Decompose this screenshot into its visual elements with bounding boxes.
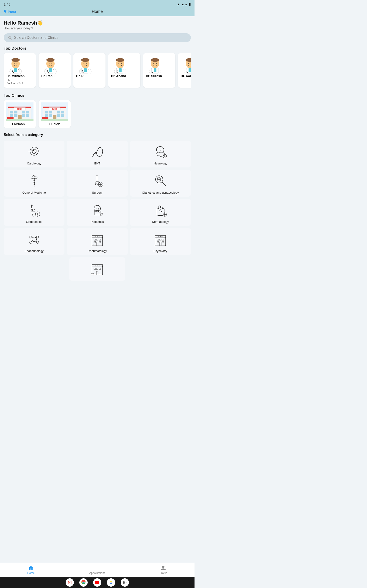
category-label: Endocrinology — [25, 249, 43, 253]
greeting-subtitle: How are you today ? — [4, 26, 191, 30]
category-label: Surgery — [92, 191, 102, 194]
svg-point-44 — [156, 63, 157, 64]
svg-text:CLINIC: CLINIC — [158, 236, 163, 237]
signal-icon: ▲▲ — [181, 2, 188, 6]
svg-point-115 — [96, 208, 97, 208]
rheumatology-icon: CLINIC — [89, 231, 105, 247]
doctor-card[interactable]: + Dr. Aakas... — [178, 53, 191, 88]
svg-rect-151 — [159, 242, 161, 246]
top-doctors-title: Top Doctors — [4, 46, 191, 51]
category-orthopedics[interactable]: Orthopedics — [4, 199, 65, 226]
status-bar: 2:48 ▲ ▲▲ ▮ — [0, 0, 194, 8]
category-neurology[interactable]: Neurology — [130, 141, 191, 167]
doctor-card[interactable]: + Dr. Mithlesh... ENT Bookings 542 — [4, 53, 36, 88]
category-ent[interactable]: ENT — [67, 141, 127, 167]
category-label: ENT — [94, 162, 100, 165]
doctor-card[interactable]: + Dr. Anand — [108, 53, 140, 88]
clinic-image: CLINIC — [41, 103, 68, 121]
svg-point-118 — [159, 210, 160, 211]
location[interactable]: Pune — [4, 10, 16, 14]
svg-point-54 — [187, 72, 188, 73]
svg-text:+: + — [123, 69, 124, 71]
clinic-name: Fairmon... — [12, 122, 27, 126]
svg-rect-69 — [18, 115, 22, 120]
svg-rect-82 — [57, 111, 60, 113]
category-label: Orthopedics — [26, 220, 42, 224]
svg-rect-148 — [162, 239, 164, 240]
svg-point-26 — [86, 63, 87, 64]
doctor-name: Dr. Suresh — [146, 74, 162, 78]
svg-rect-136 — [94, 239, 96, 240]
svg-point-6 — [11, 58, 20, 62]
obstetrics-icon — [152, 173, 168, 189]
svg-rect-157 — [96, 268, 98, 269]
svg-point-126 — [36, 236, 39, 238]
svg-text:+: + — [88, 69, 89, 71]
svg-point-36 — [117, 72, 118, 73]
svg-rect-65 — [10, 114, 13, 117]
category-rheumatology[interactable]: CLINIC Rheumatology — [67, 228, 127, 255]
svg-point-52 — [188, 63, 189, 64]
search-input[interactable] — [14, 36, 187, 40]
svg-point-119 — [160, 209, 161, 210]
svg-rect-68 — [26, 114, 29, 117]
search-icon — [8, 36, 12, 40]
svg-text:+: + — [53, 69, 54, 71]
svg-point-16 — [49, 63, 50, 64]
search-bar[interactable] — [4, 33, 191, 42]
category-endocrinology[interactable]: Endocrinology — [4, 228, 65, 255]
category-psychiatry[interactable]: CLINIC Psychiatry — [130, 228, 191, 255]
svg-rect-158 — [99, 268, 101, 269]
doctor-card[interactable]: + Dr. P — [73, 53, 106, 88]
doctor-card[interactable]: + Dr. Rahul — [39, 53, 71, 88]
svg-rect-159 — [96, 271, 98, 275]
svg-rect-62 — [14, 111, 17, 113]
category-label: Rheumatology — [88, 249, 107, 253]
svg-point-18 — [48, 72, 49, 73]
clinic-card[interactable]: CLINIC Clinic2 — [39, 100, 71, 128]
category-dermatology[interactable]: Dermatology — [130, 199, 191, 226]
svg-rect-66 — [14, 114, 17, 117]
category-more[interactable]: CLINIC — [69, 257, 125, 281]
status-time: 2:48 — [4, 2, 10, 6]
doctor-avatar: + — [146, 56, 164, 74]
greeting: Hello Ramesh👋 How are you today ? — [4, 20, 191, 30]
neurology-icon — [152, 144, 168, 160]
svg-text:+: + — [18, 69, 19, 71]
clinic-name: Clinic2 — [49, 122, 60, 126]
ent-icon — [89, 144, 105, 160]
category-pediatrics[interactable]: Pediatrics — [67, 199, 127, 226]
wifi-icon: ▲ — [177, 2, 180, 6]
svg-text:+: + — [157, 69, 159, 71]
svg-rect-149 — [157, 242, 159, 243]
doctor-card[interactable]: + Dr. Suresh — [143, 53, 175, 88]
category-obstetrics[interactable]: Obstetrics and gynaecology — [130, 170, 191, 197]
category-general-medicine[interactable]: General Medicine — [4, 170, 65, 197]
svg-point-120 — [161, 211, 162, 212]
svg-point-35 — [121, 63, 122, 64]
doctor-avatar: + — [41, 56, 60, 74]
svg-rect-85 — [49, 114, 52, 117]
doctor-specialty: ENT — [6, 78, 12, 82]
psychiatry-icon: CLINIC — [152, 231, 168, 247]
header: Pune Home — [0, 8, 194, 16]
svg-rect-150 — [162, 242, 164, 243]
doctor-avatar: + — [181, 56, 191, 74]
svg-rect-67 — [22, 114, 25, 117]
category-label: Psychiatry — [153, 249, 167, 253]
svg-rect-86 — [57, 114, 60, 117]
svg-point-43 — [153, 63, 154, 64]
svg-rect-64 — [26, 111, 29, 113]
svg-rect-102 — [96, 175, 98, 182]
svg-point-17 — [51, 63, 52, 64]
svg-rect-139 — [94, 242, 96, 243]
category-label: Dermatology — [152, 220, 169, 224]
categories-title: Select from a category — [4, 133, 191, 137]
category-cardiology[interactable]: Cardiology — [4, 141, 65, 167]
svg-rect-88 — [53, 115, 56, 120]
clinic-image: CLINIC — [6, 103, 33, 121]
clinic-card[interactable]: CLINIC Fairmon.. — [4, 100, 36, 128]
location-pin-icon — [4, 10, 7, 14]
category-surgery[interactable]: Surgery — [67, 170, 127, 197]
pediatrics-icon — [89, 202, 105, 218]
